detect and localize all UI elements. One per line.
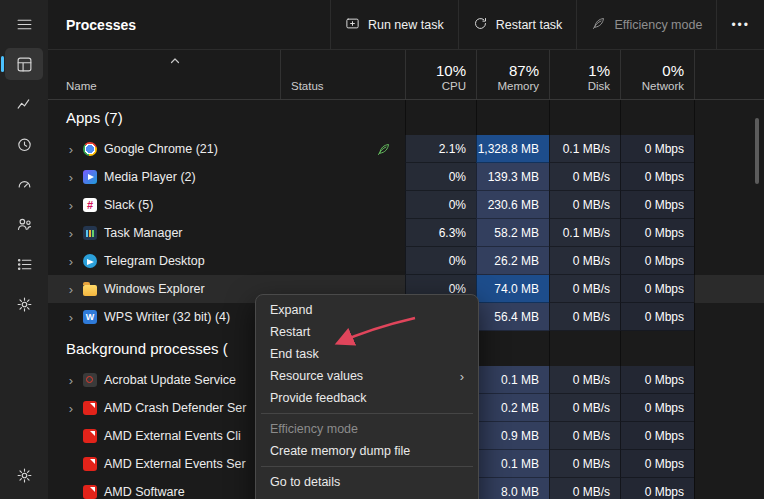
filler-cell: [694, 394, 764, 422]
menu-item-provide-feedback[interactable]: Provide feedback: [260, 387, 474, 409]
leaf-icon: [591, 16, 606, 34]
menu-item-resource-values[interactable]: Resource values›: [260, 365, 474, 387]
disk-cell: 0 MB/s: [549, 366, 620, 394]
disk-cell: 0 MB/s: [549, 275, 620, 303]
column-header-status[interactable]: Status: [280, 50, 405, 99]
menu-item-open-file-location[interactable]: Open file location: [260, 493, 474, 499]
explorer-icon: [83, 285, 97, 296]
table-row[interactable]: ›Google Chrome (21)2.1%1,328.8 MB0.1 MB/…: [48, 135, 764, 163]
section-label: Apps (7): [48, 100, 405, 135]
scrollbar-thumb[interactable]: [755, 118, 759, 184]
table-row[interactable]: ›Slack (5)0%230.6 MB0 MB/s0 Mbps: [48, 191, 764, 219]
network-cell: 0 Mbps: [620, 275, 694, 303]
settings-icon: [16, 467, 33, 484]
table-row[interactable]: ›Media Player (2)0%139.3 MB0 MB/s0 Mbps: [48, 163, 764, 191]
process-name-cell: AMD Software: [48, 478, 280, 499]
submenu-arrow-icon: ›: [460, 369, 464, 384]
process-name: WPS Writer (32 bit) (4): [104, 310, 230, 324]
column-header-name[interactable]: Name: [48, 50, 280, 99]
sidebar-item-app-history[interactable]: [5, 128, 43, 160]
network-cell: 0 Mbps: [620, 247, 694, 275]
slack-icon: [83, 198, 97, 212]
menu-icon: [16, 16, 33, 33]
expand-chevron-icon[interactable]: ›: [66, 282, 76, 297]
table-row[interactable]: ›Telegram Desktop0%26.2 MB0 MB/s0 Mbps: [48, 247, 764, 275]
disk-cell: 0 MB/s: [549, 163, 620, 191]
cpu-cell: 2.1%: [405, 135, 476, 163]
process-name-cell: AMD External Events Ser: [48, 450, 280, 478]
menu-item-create-memory-dump-file[interactable]: Create memory dump file: [260, 440, 474, 462]
acrobat-icon: [83, 373, 97, 387]
disk-cell: 0 MB/s: [549, 422, 620, 450]
filler-cell: [694, 478, 764, 499]
memory-cell: 0.9 MB: [476, 422, 549, 450]
filler-cell: [694, 135, 764, 163]
process-name: Windows Explorer: [104, 282, 205, 296]
expand-chevron-icon[interactable]: ›: [66, 142, 76, 157]
column-header-memory[interactable]: 87% Memory: [476, 50, 549, 99]
status-cell: [280, 163, 405, 191]
menu-item-label: Efficiency mode: [270, 422, 358, 436]
memory-cell: 1,328.8 MB: [476, 135, 549, 163]
sidebar-item-startup-apps[interactable]: [5, 168, 43, 200]
menu-separator: [261, 466, 473, 467]
more-options-button[interactable]: •••: [716, 0, 764, 49]
expand-chevron-icon[interactable]: ›: [66, 401, 76, 416]
process-name-cell: ›Slack (5): [48, 191, 280, 219]
menu-item-label: Restart: [270, 325, 310, 339]
menu-item-go-to-details[interactable]: Go to details: [260, 471, 474, 493]
sidebar-item-users[interactable]: [5, 208, 43, 240]
menu-item-end-task[interactable]: End task: [260, 343, 474, 365]
accent-pill: [1, 56, 4, 72]
menu-item-label: Resource values: [270, 369, 363, 383]
filler-cell: [694, 422, 764, 450]
cpu-cell: 0%: [405, 191, 476, 219]
status-cell: [280, 135, 405, 163]
disk-cell: 0 MB/s: [549, 247, 620, 275]
media-player-icon: [83, 170, 97, 184]
sidebar: [0, 0, 48, 499]
process-name: Media Player (2): [104, 170, 196, 184]
details-icon: [16, 256, 33, 273]
expand-chevron-icon[interactable]: ›: [66, 226, 76, 241]
menu-item-efficiency-mode: Efficiency mode: [260, 418, 474, 440]
sidebar-item-details[interactable]: [5, 248, 43, 280]
menu-item-expand[interactable]: Expand: [260, 299, 474, 321]
performance-icon: [16, 96, 33, 113]
sidebar-item-menu[interactable]: [5, 8, 43, 40]
context-menu: ExpandRestartEnd taskResource values›Pro…: [255, 294, 479, 499]
sidebar-item-performance[interactable]: [5, 88, 43, 120]
sidebar-item-settings[interactable]: [5, 459, 43, 491]
amd-icon: [83, 485, 97, 499]
restart-task-button[interactable]: Restart task: [458, 0, 577, 49]
memory-cell: 139.3 MB: [476, 163, 549, 191]
memory-cell: 8.0 MB: [476, 478, 549, 499]
sort-ascending-icon: [169, 53, 181, 61]
column-header-cpu[interactable]: 10% CPU: [405, 50, 476, 99]
sidebar-item-processes[interactable]: [5, 48, 43, 80]
disk-cell: 0 MB/s: [549, 191, 620, 219]
memory-cell: 56.4 MB: [476, 303, 549, 331]
process-name: AMD External Events Cli: [104, 429, 241, 443]
expand-chevron-icon[interactable]: ›: [66, 198, 76, 213]
table-row[interactable]: ›Task Manager6.3%58.2 MB0.1 MB/s0 Mbps: [48, 219, 764, 247]
expand-chevron-icon[interactable]: ›: [66, 310, 76, 325]
menu-item-label: Expand: [270, 303, 312, 317]
run-new-task-label: Run new task: [368, 18, 444, 32]
expand-chevron-icon[interactable]: ›: [66, 170, 76, 185]
process-name: Telegram Desktop: [104, 254, 205, 268]
process-name: Task Manager: [104, 226, 183, 240]
column-header-network[interactable]: 0% Network: [620, 50, 694, 99]
status-cell: [280, 219, 405, 247]
network-cell: 0 Mbps: [620, 219, 694, 247]
expand-chevron-icon[interactable]: ›: [66, 373, 76, 388]
process-name: AMD Software: [104, 485, 185, 499]
section-header[interactable]: Apps (7): [48, 100, 764, 135]
sidebar-item-services[interactable]: [5, 288, 43, 320]
column-header-disk[interactable]: 1% Disk: [549, 50, 620, 99]
menu-item-restart[interactable]: Restart: [260, 321, 474, 343]
expand-chevron-icon[interactable]: ›: [66, 254, 76, 269]
more-options-icon: •••: [731, 18, 750, 32]
menu-item-label: Go to details: [270, 475, 340, 489]
run-new-task-button[interactable]: Run new task: [330, 0, 458, 49]
